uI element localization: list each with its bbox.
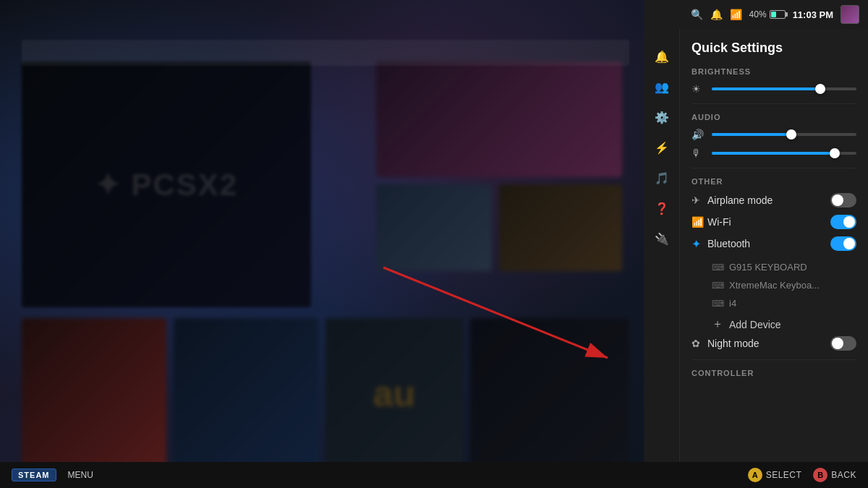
friends-icon: 👥 xyxy=(655,80,669,94)
pcsx2-thumbnail: ✦ PCSX2 xyxy=(22,61,311,307)
audio-label: AUDIO xyxy=(692,113,856,121)
night-mode-label: Night mode xyxy=(707,338,830,349)
b-button[interactable]: B xyxy=(813,468,827,482)
bt-device-row-0: ⌨ G915 KEYBOARD xyxy=(692,258,856,276)
wifi-label: Wi-Fi xyxy=(707,216,830,228)
airplane-row: ✈ Airplane mode xyxy=(692,193,856,207)
sidebar-item-friends[interactable]: 👥 xyxy=(649,74,675,100)
game-thumbnail-4 xyxy=(499,184,622,271)
bt-device-icon-2: ⌨ xyxy=(712,299,723,309)
bluetooth-row: ✦ Bluetooth xyxy=(692,236,856,251)
bt-device-name-2: i4 xyxy=(729,298,736,309)
airplane-toggle[interactable] xyxy=(830,193,856,207)
alert-icon: 🔔 xyxy=(710,9,723,20)
select-hint: A SELECT xyxy=(748,468,802,482)
divider-1 xyxy=(692,103,856,104)
sidebar-item-settings[interactable]: ⚙️ xyxy=(649,104,675,130)
wifi-row: 📶 Wi-Fi xyxy=(692,215,856,229)
back-label: BACK xyxy=(831,470,856,480)
sidebar-item-notification[interactable]: 🔔 xyxy=(649,43,675,69)
speaker-slider[interactable] xyxy=(712,133,856,136)
brightness-icon: ☀ xyxy=(692,83,705,95)
bottom-right-buttons: A SELECT B BACK xyxy=(748,468,856,482)
wifi-status-icon: 📶 xyxy=(730,9,742,20)
game-thumbnail-5 xyxy=(22,318,166,470)
brightness-row: ☀ xyxy=(692,83,856,95)
bt-device-row-2: ⌨ i4 xyxy=(692,294,856,312)
bottom-bar: STEAM MENU A SELECT B BACK xyxy=(0,462,868,488)
bluetooth-label: Bluetooth xyxy=(707,238,830,249)
main-background: ✦ PCSX2 au xyxy=(0,0,644,488)
mic-icon: 🎙 xyxy=(692,147,705,159)
mic-row: 🎙 xyxy=(692,147,856,159)
brightness-label: BRIGHTNESS xyxy=(692,67,856,76)
airplane-label: Airplane mode xyxy=(707,194,830,206)
night-mode-toggle[interactable] xyxy=(830,336,856,351)
clock: 11:03 PM xyxy=(793,9,833,20)
quick-settings-panel: Quick Settings BRIGHTNESS ☀ AUDIO 🔊 🎙 OT… xyxy=(680,29,868,488)
divider-3 xyxy=(692,359,856,360)
bluetooth-toggle[interactable] xyxy=(830,236,856,251)
add-device-label: Add Device xyxy=(729,319,781,330)
bt-device-row-1: ⌨ XtremeMac Keyboa... xyxy=(692,276,856,294)
controller-label: CONTROLLER xyxy=(692,369,856,377)
music-icon: 🎵 xyxy=(655,171,669,185)
airplane-icon: ✈ xyxy=(692,194,707,206)
avatar[interactable] xyxy=(841,5,859,24)
bluetooth-icon: ✦ xyxy=(692,237,707,251)
brightness-slider[interactable] xyxy=(712,87,856,90)
plugin-icon: 🔌 xyxy=(655,232,669,246)
mic-slider[interactable] xyxy=(712,152,856,155)
game-thumbnail-7: au xyxy=(326,318,463,470)
search-icon[interactable]: 🔍 xyxy=(691,9,703,20)
battery-icon xyxy=(770,10,786,19)
sidebar-item-help[interactable]: ❓ xyxy=(649,195,675,221)
battery-container: 40% xyxy=(749,9,786,20)
speaker-icon: 🔊 xyxy=(692,129,705,140)
notification-icon: 🔔 xyxy=(655,50,669,64)
game-thumbnail-8 xyxy=(470,318,629,470)
help-icon: ❓ xyxy=(655,202,669,215)
battery-percent: 40% xyxy=(749,9,767,20)
add-device-row[interactable]: ＋ Add Device xyxy=(692,312,856,336)
bt-device-icon-1: ⌨ xyxy=(712,281,723,291)
add-device-icon: ＋ xyxy=(712,317,723,332)
bt-device-name-1: XtremeMac Keyboa... xyxy=(729,280,820,291)
search-bar xyxy=(22,40,629,66)
sidebar-item-plugin[interactable]: 🔌 xyxy=(649,226,675,252)
quick-settings-title: Quick Settings xyxy=(692,40,856,56)
power-icon: ⚡ xyxy=(655,141,669,155)
game-thumbnail-6 xyxy=(174,318,318,470)
a-button[interactable]: A xyxy=(748,468,762,482)
game-thumbnail-3 xyxy=(376,184,492,271)
steam-badge[interactable]: STEAM xyxy=(12,468,56,481)
settings-icon: ⚙️ xyxy=(655,111,669,124)
night-mode-icon: ✿ xyxy=(692,338,707,349)
bt-device-icon-0: ⌨ xyxy=(712,262,723,273)
select-label: SELECT xyxy=(766,470,802,480)
game-thumbnail-2 xyxy=(376,61,622,177)
menu-label: MENU xyxy=(68,470,93,480)
sidebar-item-power[interactable]: ⚡ xyxy=(649,134,675,160)
status-bar: 🔍 🔔 📶 40% 11:03 PM xyxy=(644,0,868,29)
back-hint: B BACK xyxy=(813,468,856,482)
sidebar: 🔔 👥 ⚙️ ⚡ 🎵 ❓ 🔌 xyxy=(644,0,680,488)
speaker-row: 🔊 xyxy=(692,129,856,140)
divider-2 xyxy=(692,168,856,168)
wifi-icon: 📶 xyxy=(692,216,707,228)
other-label: OTHER xyxy=(692,177,856,186)
sidebar-item-music[interactable]: 🎵 xyxy=(649,165,675,191)
wifi-toggle[interactable] xyxy=(830,215,856,229)
night-mode-row: ✿ Night mode xyxy=(692,336,856,351)
bt-device-name-0: G915 KEYBOARD xyxy=(729,262,807,273)
